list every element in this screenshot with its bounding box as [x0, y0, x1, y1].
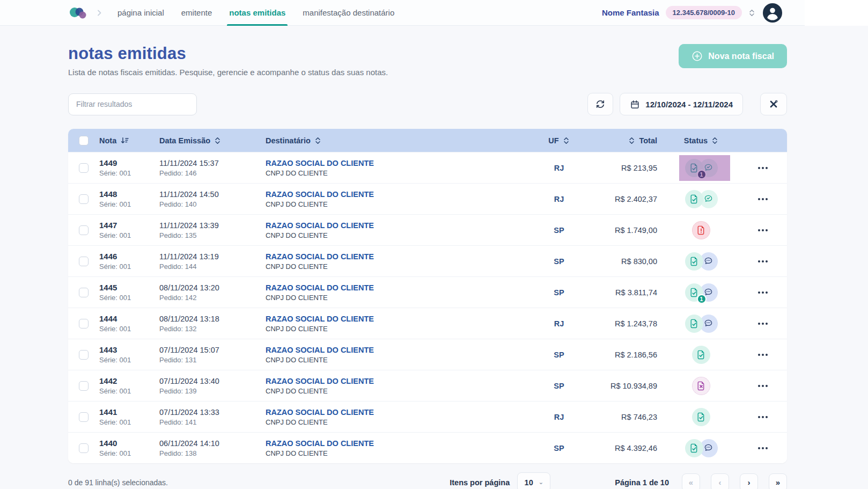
total-value: R$ 3.811,74	[583, 288, 664, 297]
order-number: Pedido: 141	[159, 418, 266, 426]
row-checkbox[interactable]	[79, 257, 89, 266]
order-number: Pedido: 132	[159, 325, 266, 333]
recipient-name-link[interactable]: RAZAO SOCIAL DO CLIENTE	[266, 252, 535, 261]
tab-emitente[interactable]: emitente	[181, 0, 212, 26]
column-header-destinatario[interactable]: Destinatário	[266, 136, 535, 145]
breadcrumb-chevron-icon	[95, 9, 104, 17]
recipient-name-link[interactable]: RAZAO SOCIAL DO CLIENTE	[266, 190, 535, 199]
invoice-number: 1449	[99, 158, 159, 167]
invoice-series: Série: 001	[99, 200, 159, 208]
sort-toggle-icon[interactable]	[314, 136, 321, 145]
total-value: R$ 213,95	[583, 164, 664, 172]
refresh-button[interactable]	[587, 93, 613, 115]
document-check-icon[interactable]	[685, 315, 703, 333]
recipient-cnpj: CNPJ DO CLIENTE	[266, 294, 535, 302]
column-header-uf[interactable]: UF	[535, 136, 583, 145]
row-checkbox[interactable]	[79, 194, 89, 204]
row-checkbox[interactable]	[79, 443, 89, 453]
sort-toggle-icon[interactable]	[628, 136, 635, 145]
row-actions-button[interactable]	[755, 444, 771, 452]
uf-value: SP	[535, 257, 583, 266]
settings-tools-button[interactable]	[760, 93, 787, 115]
invoices-table: Nota Data Emissão Destinatário	[68, 129, 787, 463]
tab-notas-emitidas[interactable]: notas emitidas	[229, 0, 285, 26]
sort-desc-icon[interactable]	[120, 136, 129, 145]
row-checkbox[interactable]	[79, 288, 89, 297]
status-count-badge: 1	[697, 294, 707, 304]
last-page-button[interactable]: »	[769, 473, 787, 489]
recipient-cnpj: CNPJ DO CLIENTE	[266, 169, 535, 177]
recipient-cnpj: CNPJ DO CLIENTE	[266, 200, 535, 208]
table-header-row: Nota Data Emissão Destinatário	[68, 129, 787, 152]
next-page-button[interactable]: ›	[740, 473, 758, 489]
recipient-cnpj: CNPJ DO CLIENTE	[266, 231, 535, 239]
recipient-name-link[interactable]: RAZAO SOCIAL DO CLIENTE	[266, 221, 535, 230]
app-logo-icon[interactable]	[68, 6, 87, 20]
sort-toggle-icon[interactable]	[711, 136, 718, 145]
select-all-checkbox[interactable]	[79, 136, 89, 145]
recipient-name-link[interactable]: RAZAO SOCIAL DO CLIENTE	[266, 377, 535, 385]
recipient-name-link[interactable]: RAZAO SOCIAL DO CLIENTE	[266, 159, 535, 167]
items-per-page-select[interactable]: 10 ⌄	[517, 472, 550, 489]
total-value: R$ 746,23	[583, 413, 664, 421]
company-name: Nome Fantasia	[602, 8, 659, 17]
recipient-name-link[interactable]: RAZAO SOCIAL DO CLIENTE	[266, 283, 535, 292]
document-check-icon[interactable]	[685, 190, 703, 208]
new-invoice-button[interactable]: Nova nota fiscal	[679, 44, 787, 68]
user-avatar[interactable]	[763, 3, 782, 23]
uf-value: SP	[535, 288, 583, 297]
tab-manifestacao-destinatario[interactable]: manifestação destinatário	[303, 0, 394, 26]
recipient-name-link[interactable]: RAZAO SOCIAL DO CLIENTE	[266, 315, 535, 323]
table-row: 1447 Série: 001 11/11/2024 13:39 Pedido:…	[68, 214, 787, 245]
issue-datetime: 06/11/2024 14:10	[159, 439, 266, 448]
row-actions-button[interactable]	[755, 413, 771, 421]
sort-toggle-icon[interactable]	[214, 136, 221, 145]
row-checkbox[interactable]	[79, 381, 89, 391]
column-header-status[interactable]: Status	[664, 136, 739, 145]
row-actions-button[interactable]	[755, 288, 771, 297]
row-actions-button[interactable]	[755, 164, 771, 172]
row-checkbox[interactable]	[79, 163, 89, 173]
recipient-name-link[interactable]: RAZAO SOCIAL DO CLIENTE	[266, 346, 535, 354]
document-check-icon[interactable]	[685, 439, 703, 457]
date-range-value: 12/10/2024 - 12/11/2024	[645, 100, 733, 109]
document-check-icon[interactable]	[692, 408, 710, 426]
row-checkbox[interactable]	[79, 319, 89, 329]
order-number: Pedido: 139	[159, 387, 266, 395]
column-header-data-emissao[interactable]: Data Emissão	[159, 136, 266, 145]
row-actions-button[interactable]	[755, 195, 771, 203]
recipient-name-link[interactable]: RAZAO SOCIAL DO CLIENTE	[266, 439, 535, 448]
date-range-button[interactable]: 12/10/2024 - 12/11/2024	[620, 93, 743, 115]
row-actions-button[interactable]	[755, 257, 771, 266]
prev-page-button[interactable]: ‹	[711, 473, 729, 489]
account-switcher[interactable]: Nome Fantasia 12.345.678/0009-10	[602, 6, 755, 19]
order-number: Pedido: 135	[159, 231, 266, 239]
top-navigation-bar: página inicial emitente notas emitidas m…	[0, 0, 805, 26]
total-value: R$ 2.402,37	[583, 195, 664, 203]
row-checkbox[interactable]	[79, 412, 89, 422]
row-checkbox[interactable]	[79, 350, 89, 360]
column-header-total[interactable]: Total	[583, 136, 664, 145]
total-value: R$ 1.749,00	[583, 226, 664, 235]
tab-pagina-inicial[interactable]: página inicial	[117, 0, 164, 26]
row-actions-button[interactable]	[755, 319, 771, 328]
invoice-series: Série: 001	[99, 294, 159, 302]
document-check-icon[interactable]	[692, 346, 710, 364]
document-cancel-icon[interactable]	[692, 377, 710, 395]
column-header-nota[interactable]: Nota	[99, 136, 159, 145]
order-number: Pedido: 140	[159, 200, 266, 208]
row-actions-button[interactable]	[755, 226, 771, 235]
first-page-button[interactable]: «	[682, 473, 700, 489]
row-checkbox[interactable]	[79, 225, 89, 235]
invoice-series: Série: 001	[99, 262, 159, 271]
filter-input[interactable]	[68, 93, 197, 115]
issue-datetime: 07/11/2024 15:07	[159, 346, 266, 354]
document-check-icon[interactable]	[685, 252, 703, 271]
recipient-name-link[interactable]: RAZAO SOCIAL DO CLIENTE	[266, 408, 535, 417]
cnpj-badge: 12.345.678/0009-10	[666, 6, 742, 19]
sort-toggle-icon[interactable]	[563, 136, 570, 145]
document-alert-icon[interactable]	[692, 221, 710, 239]
row-actions-button[interactable]	[755, 351, 771, 359]
order-number: Pedido: 131	[159, 356, 266, 364]
row-actions-button[interactable]	[755, 382, 771, 390]
